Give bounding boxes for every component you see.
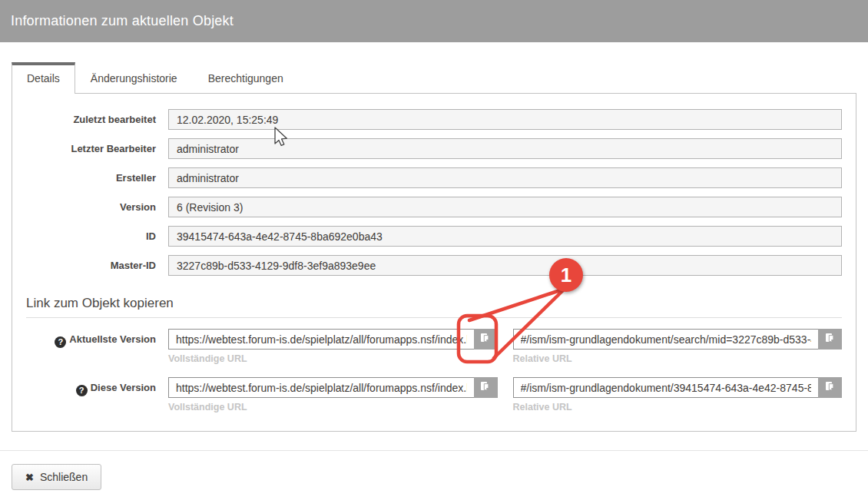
copy-full-url-button-diese[interactable]	[474, 377, 498, 398]
relative-url-caption: Relative URL	[513, 402, 843, 413]
dialog-title: Informationen zum aktuellen Objekt	[11, 13, 234, 29]
copy-full-url-button-aktuellste[interactable]	[474, 329, 498, 350]
version-field[interactable]	[168, 197, 842, 217]
copy-icon	[479, 380, 492, 395]
copy-icon	[824, 380, 837, 395]
aktuellste-version-relative-url-input[interactable]	[513, 329, 819, 350]
id-field[interactable]	[168, 226, 842, 247]
master-id-field[interactable]	[168, 255, 842, 276]
field-row-letzter-bearbeiter: Letzter Bearbeiter	[26, 138, 842, 159]
copy-relative-url-button-diese[interactable]	[818, 377, 842, 398]
copy-relative-url-button-aktuellste[interactable]	[818, 329, 842, 350]
tab-berechtigungen[interactable]: Berechtigungen	[193, 62, 299, 93]
field-row-version: Version	[26, 197, 842, 217]
ersteller-field[interactable]	[168, 167, 842, 188]
footer-divider	[0, 450, 868, 451]
field-row-master-id: Master-ID	[26, 255, 842, 276]
field-row-zuletzt-bearbeitet: Zuletzt bearbeitet	[26, 109, 842, 130]
copy-icon	[824, 332, 837, 346]
full-url-caption: Vollständige URL	[168, 402, 498, 413]
link-section-heading: Link zum Objekt kopieren	[26, 296, 842, 318]
field-label: Zuletzt bearbeitet	[26, 114, 168, 125]
copy-icon	[479, 332, 492, 346]
aktuellste-version-full-url-input[interactable]	[168, 329, 474, 350]
link-row-aktuellste-version: ?Aktuellste Version	[26, 329, 842, 364]
full-url-caption: Vollständige URL	[168, 353, 498, 364]
help-icon[interactable]: ?	[76, 385, 88, 396]
link-row-diese-version: ?Diese Version Volls	[26, 377, 842, 413]
field-row-id: ID	[26, 226, 842, 247]
close-button-label: Schließen	[40, 471, 88, 483]
close-icon: ✖	[25, 472, 34, 483]
relative-url-caption: Relative URL	[513, 353, 843, 364]
field-label: Letzter Bearbeiter	[26, 143, 168, 154]
diese-version-relative-url-input[interactable]	[513, 377, 819, 398]
link-row-label: Diese Version	[91, 382, 156, 393]
field-row-ersteller: Ersteller	[26, 167, 842, 188]
tab-details[interactable]: Details	[12, 62, 75, 94]
dialog-titlebar: Informationen zum aktuellen Objekt	[0, 0, 868, 42]
field-label: ID	[26, 230, 168, 242]
letzter-bearbeiter-field[interactable]	[168, 138, 842, 159]
zuletzt-bearbeitet-field[interactable]	[168, 109, 842, 130]
tab-aenderungshistorie[interactable]: Änderungshistorie	[75, 62, 193, 93]
field-label: Master-ID	[26, 260, 168, 271]
field-label: Ersteller	[26, 172, 168, 184]
close-button[interactable]: ✖ Schließen	[12, 464, 101, 490]
details-panel: Zuletzt bearbeitet Letzter Bearbeiter Er…	[12, 93, 856, 432]
field-label: Version	[26, 201, 168, 213]
tab-bar: Details Änderungshistorie Berechtigungen	[12, 62, 856, 93]
link-row-label: Aktuellste Version	[69, 333, 156, 345]
help-icon[interactable]: ?	[55, 336, 66, 348]
diese-version-full-url-input[interactable]	[168, 377, 474, 398]
